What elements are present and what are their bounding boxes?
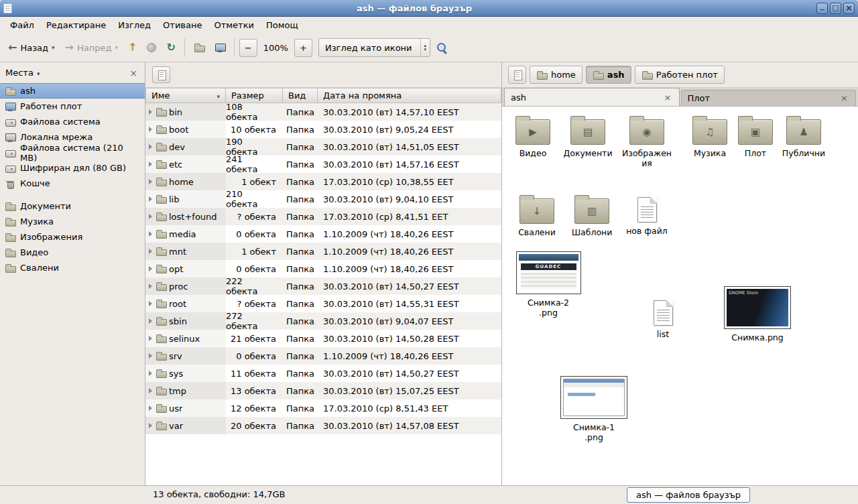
computer-button[interactable]	[210, 39, 229, 56]
table-row[interactable]: mnt 1 обект Папка 1.10.2009 (чт) 18,40,2…	[145, 243, 501, 260]
table-row[interactable]: var 20 обекта Папка 30.03.2010 (вт) 14,5…	[145, 417, 501, 434]
expander-icon[interactable]	[149, 371, 152, 376]
expander-icon[interactable]	[149, 423, 152, 428]
places-item[interactable]: Изображения	[0, 229, 145, 245]
table-row[interactable]: proc 222 обекта Папка 30.03.2010 (вт) 14…	[145, 277, 501, 295]
up-button[interactable]: ↑	[124, 40, 141, 56]
expander-icon[interactable]	[149, 231, 152, 237]
menu-item[interactable]: Файл	[4, 18, 40, 32]
expander-icon[interactable]	[149, 127, 152, 132]
table-row[interactable]: dev 190 обекта Папка 30.03.2010 (вт) 14,…	[145, 138, 501, 155]
stop-button[interactable]	[143, 40, 160, 56]
forward-button[interactable]: → Напред ▾	[61, 40, 122, 56]
expander-icon[interactable]	[149, 179, 152, 184]
table-row[interactable]: root ? обекта Папка 30.03.2010 (вт) 14,5…	[145, 295, 501, 312]
path-button[interactable]: Работен плот	[635, 66, 725, 84]
taskbar-window-button[interactable]: ash — файлов браузър	[627, 487, 750, 503]
column-header-date[interactable]: Дата на промяна	[318, 88, 501, 103]
table-row[interactable]: usr 12 обекта Папка 17.03.2010 (ср) 8,51…	[145, 399, 501, 417]
view-mode-select[interactable]: Изглед като икони	[318, 38, 430, 57]
file-icon-item[interactable]: ▶ Видео	[506, 115, 560, 158]
column-header-size[interactable]: Размер	[226, 88, 283, 103]
expander-icon[interactable]	[149, 336, 152, 341]
places-item[interactable]: Документи	[0, 198, 145, 214]
places-item[interactable]: Шифриран дял (80 GB)	[0, 160, 145, 176]
file-icon-item[interactable]: ▣ Плот	[729, 115, 782, 158]
table-row[interactable]: bin 108 обекта Папка 30.03.2010 (вт) 14,…	[145, 103, 501, 121]
menu-item[interactable]: Отметки	[208, 18, 259, 32]
back-dropdown-icon[interactable]: ▾	[52, 44, 55, 51]
maximize-button[interactable]	[830, 3, 841, 14]
minimize-button[interactable]	[816, 3, 828, 14]
file-icon-item[interactable]: ▥ Шаблони	[565, 194, 619, 237]
file-icon-item[interactable]: ▤ Документи	[561, 115, 615, 158]
tab-close-icon[interactable]	[663, 93, 673, 102]
close-button[interactable]	[843, 3, 855, 14]
location-button[interactable]	[152, 66, 170, 83]
expander-icon[interactable]	[149, 388, 152, 393]
table-row[interactable]: home 1 обект Папка 17.03.2010 (ср) 10,38…	[145, 173, 501, 190]
tab[interactable]: ash	[504, 88, 680, 106]
table-row[interactable]: lost+found ? обекта Папка 17.03.2010 (ср…	[145, 208, 501, 225]
file-icon-item[interactable]: GNOME Store Снимка.png	[721, 286, 794, 342]
zoom-in-button[interactable]: +	[294, 39, 312, 57]
menu-item[interactable]: Отиване	[157, 18, 208, 32]
table-row[interactable]: tmp 13 обекта Папка 30.03.2010 (вт) 15,0…	[145, 382, 501, 399]
places-item[interactable]: Музика	[0, 214, 145, 229]
search-button[interactable]	[432, 39, 452, 57]
places-item[interactable]: Кошче	[0, 176, 145, 191]
column-header-type[interactable]: Вид	[283, 88, 318, 103]
table-row[interactable]: sys 11 обекта Папка 30.03.2010 (вт) 14,5…	[145, 365, 501, 382]
places-item[interactable]: Видео	[0, 245, 145, 260]
expander-icon[interactable]	[149, 162, 152, 167]
reload-button[interactable]: ↻	[162, 40, 179, 56]
file-icon-item[interactable]: Снимка-1.png	[557, 376, 631, 442]
chevron-down-icon[interactable]	[37, 68, 40, 78]
menu-item[interactable]: Помощ	[260, 18, 304, 32]
expander-icon[interactable]	[149, 405, 152, 411]
zoom-out-button[interactable]: −	[239, 39, 257, 57]
table-row[interactable]: selinux 21 обекта Папка 30.03.2010 (вт) …	[145, 330, 501, 347]
expander-icon[interactable]	[149, 144, 152, 149]
places-item[interactable]: ash	[0, 83, 145, 99]
table-row[interactable]: boot 10 обекта Папка 30.03.2010 (вт) 9,0…	[145, 121, 501, 138]
expander-icon[interactable]	[149, 214, 152, 219]
expander-icon[interactable]	[149, 266, 152, 271]
table-row[interactable]: media 0 обекта Папка 1.10.2009 (чт) 18,4…	[145, 225, 501, 243]
table-row[interactable]: etc 241 обекта Папка 30.03.2010 (вт) 14,…	[145, 155, 501, 173]
icon-grid[interactable]: ▶ Видео ▤ Документи	[502, 107, 858, 485]
file-icon-item[interactable]: нов файл	[620, 194, 674, 236]
pathbar-root-button[interactable]	[508, 66, 526, 84]
expander-icon[interactable]	[149, 284, 152, 289]
tab-close-icon[interactable]	[839, 94, 849, 103]
titlebar[interactable]: ash — файлов браузър	[0, 0, 858, 17]
menu-item[interactable]: Редактиране	[40, 18, 112, 32]
sidebar-close-icon[interactable]	[127, 68, 139, 78]
expander-icon[interactable]	[149, 353, 152, 359]
file-icon-item[interactable]: ↓ Свалени	[510, 194, 564, 237]
sidebar-title[interactable]: Места	[5, 68, 34, 78]
path-button[interactable]: home	[530, 66, 583, 84]
expander-icon[interactable]	[149, 109, 152, 115]
places-item[interactable]: Файлова система (210 MB)	[0, 145, 145, 160]
file-icon-item[interactable]: ◉ Изображения	[621, 115, 672, 168]
file-icon-item[interactable]: GUADEC Снимка-2.png	[511, 251, 585, 318]
path-button[interactable]: ash	[586, 66, 631, 84]
column-header-name[interactable]: Име	[145, 88, 226, 103]
expander-icon[interactable]	[149, 318, 152, 324]
table-row[interactable]: sbin 272 обекта Папка 30.03.2010 (вт) 9,…	[145, 312, 501, 330]
expander-icon[interactable]	[149, 249, 152, 254]
menu-item[interactable]: Изглед	[112, 18, 157, 32]
table-row[interactable]: lib 210 обекта Папка 30.03.2010 (вт) 9,0…	[145, 190, 501, 208]
home-button[interactable]	[190, 39, 208, 56]
places-item[interactable]: Файлова система	[0, 114, 145, 129]
file-icon-item[interactable]: list	[636, 297, 690, 339]
places-item[interactable]: Работен плот	[0, 99, 145, 114]
table-row[interactable]: opt 0 обекта Папка 1.10.2009 (чт) 18,40,…	[145, 260, 501, 277]
expander-icon[interactable]	[149, 196, 152, 202]
tab[interactable]: Плот	[681, 90, 857, 106]
expander-icon[interactable]	[149, 301, 152, 306]
file-icon-item[interactable]: ♟ Публични	[777, 115, 831, 158]
places-item[interactable]: Свалени	[0, 260, 145, 275]
table-row[interactable]: srv 0 обекта Папка 1.10.2009 (чт) 18,40,…	[145, 347, 501, 365]
